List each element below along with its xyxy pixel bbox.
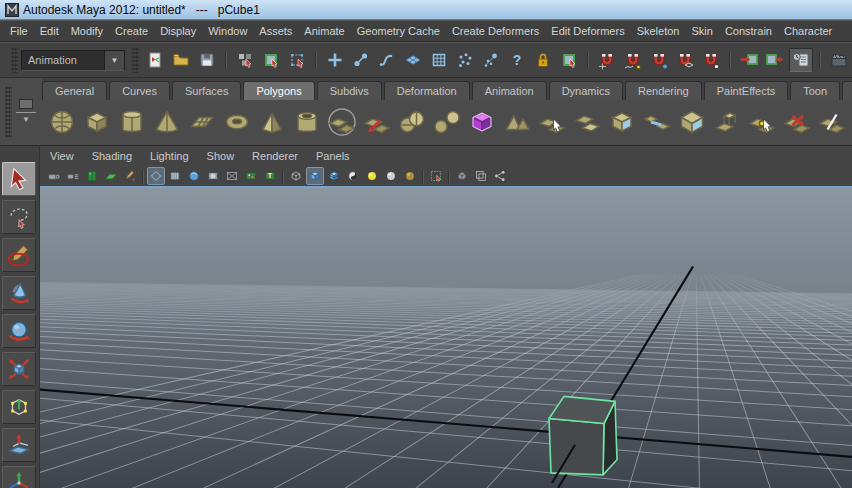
chevron-down-icon[interactable]: ▼ (22, 116, 30, 124)
construction-history-icon[interactable] (789, 48, 813, 72)
snap-live-icon[interactable] (699, 48, 723, 72)
menu-display[interactable]: Display (154, 22, 202, 40)
menu-create-deformers[interactable]: Create Deformers (446, 22, 545, 40)
panel-menu-shading[interactable]: Shading (92, 148, 142, 164)
share-view-icon[interactable] (491, 167, 509, 185)
panel-menu-renderer[interactable]: Renderer (252, 148, 308, 164)
gate-mask-icon[interactable] (185, 167, 203, 185)
mask-points-icon[interactable] (323, 48, 347, 72)
shelf-tab-curves[interactable]: Curves (109, 81, 170, 100)
menu-modify[interactable]: Modify (65, 22, 109, 40)
move-tool[interactable] (2, 276, 36, 310)
snap-point-icon[interactable] (647, 48, 671, 72)
menu-edit[interactable]: Edit (34, 22, 65, 40)
menu-skin[interactable]: Skin (685, 22, 718, 40)
mask-deformations-icon[interactable] (427, 48, 451, 72)
extrude-faces-icon[interactable] (710, 103, 744, 141)
use-default-material-icon[interactable] (344, 167, 362, 185)
separate-icon[interactable] (430, 103, 464, 141)
pane-layouts-icon[interactable] (472, 167, 490, 185)
split-polygon-icon[interactable] (815, 103, 849, 141)
triangulate-icon[interactable] (500, 103, 534, 141)
panel-menu-panels[interactable]: Panels (316, 148, 360, 164)
menu-file[interactable]: File (4, 22, 34, 40)
menuset-dropdown[interactable]: Animation ▼ (21, 50, 125, 71)
smooth-icon[interactable] (465, 103, 499, 141)
grip-handle[interactable] (11, 47, 18, 73)
combine-icon[interactable] (395, 103, 429, 141)
sculpt-geometry-icon[interactable] (325, 103, 359, 141)
mask-dynamics-icon[interactable] (453, 48, 477, 72)
panel-menu-view[interactable]: View (50, 148, 84, 164)
lasso-select-tool[interactable] (2, 200, 36, 234)
mask-misc-icon[interactable]: ? (505, 48, 529, 72)
open-scene-icon[interactable] (169, 48, 193, 72)
poly-pipe-icon[interactable] (290, 103, 324, 141)
shelf-tab-animation[interactable]: Animation (472, 81, 547, 100)
save-scene-icon[interactable] (195, 48, 219, 72)
new-scene-icon[interactable] (143, 48, 167, 72)
menu-edit-deformers[interactable]: Edit Deformers (545, 22, 630, 40)
menu-animate[interactable]: Animate (298, 22, 350, 40)
mask-curves-icon[interactable] (375, 48, 399, 72)
extract-faces-icon[interactable] (360, 103, 394, 141)
wireframe-cube-icon[interactable] (287, 167, 305, 185)
poly-plane-icon[interactable] (185, 103, 219, 141)
grip-handle[interactable] (132, 47, 139, 73)
menu-window[interactable]: Window (202, 22, 253, 40)
poly-cylinder-icon[interactable] (115, 103, 149, 141)
bridge-icon[interactable] (640, 103, 674, 141)
snap-curve-icon[interactable] (621, 48, 645, 72)
universal-manipulator-tool[interactable] (2, 390, 36, 424)
rotate-tool[interactable] (2, 314, 36, 348)
merge-vertices-icon[interactable] (745, 103, 779, 141)
mask-rendering-icon[interactable] (479, 48, 503, 72)
shelf-tab-toon[interactable]: Toon (790, 81, 840, 100)
shelf-tab-muscle[interactable]: Muscle (842, 81, 852, 100)
select-by-hierarchy-icon[interactable] (233, 48, 257, 72)
input-connections-icon[interactable] (737, 48, 761, 72)
select-camera-icon[interactable] (45, 167, 63, 185)
menu-character[interactable]: Character (778, 22, 838, 40)
mask-handles-icon[interactable] (349, 48, 373, 72)
menu-constrain[interactable]: Constrain (719, 22, 778, 40)
duplicate-faces-icon[interactable] (570, 103, 604, 141)
snap-plane-icon[interactable] (673, 48, 697, 72)
paint-selection-tool[interactable] (2, 238, 36, 272)
pcube1-object[interactable] (549, 396, 617, 483)
image-plane-icon[interactable] (102, 167, 120, 185)
show-manipulator-tool[interactable] (2, 466, 36, 488)
smooth-shade-icon[interactable] (306, 167, 324, 185)
poly-cube-icon[interactable] (80, 103, 114, 141)
camera-attributes-icon[interactable] (64, 167, 82, 185)
grip-handle[interactable] (5, 86, 12, 138)
all-lights-icon[interactable] (382, 167, 400, 185)
paint-tool-icon[interactable] (121, 167, 139, 185)
panel-menu-show[interactable]: Show (207, 148, 245, 164)
safe-title-icon[interactable] (223, 167, 241, 185)
select-by-object-icon[interactable] (259, 48, 283, 72)
highlight-selection-icon[interactable] (557, 48, 581, 72)
display-textures-icon[interactable]: T (261, 167, 279, 185)
bookmarks-icon[interactable] (83, 167, 101, 185)
frame-rate-icon[interactable] (242, 167, 260, 185)
panel-menu-lighting[interactable]: Lighting (150, 148, 199, 164)
mask-surfaces-icon[interactable] (401, 48, 425, 72)
shelf-menu-button[interactable] (19, 99, 33, 109)
shelf-tab-deformation[interactable]: Deformation (384, 81, 470, 100)
output-connections-icon[interactable] (763, 48, 787, 72)
safe-action-icon[interactable] (204, 167, 222, 185)
menu-geometry-cache[interactable]: Geometry Cache (351, 22, 446, 40)
textured-shade-icon[interactable] (325, 167, 343, 185)
resolution-gate-icon[interactable] (166, 167, 184, 185)
select-faces-icon[interactable] (535, 103, 569, 141)
shelf-tab-surfaces[interactable]: Surfaces (172, 81, 241, 100)
lock-selection-icon[interactable] (531, 48, 555, 72)
shelf-tab-polygons[interactable]: Polygons (243, 81, 314, 100)
single-pane-icon[interactable] (453, 167, 471, 185)
film-gate-icon[interactable] (147, 167, 165, 185)
shelf-tab-rendering[interactable]: Rendering (625, 81, 702, 100)
menu-assets[interactable]: Assets (253, 22, 298, 40)
ambient-light-icon[interactable] (401, 167, 419, 185)
shelf-tab-painteffects[interactable]: PaintEffects (704, 81, 789, 100)
